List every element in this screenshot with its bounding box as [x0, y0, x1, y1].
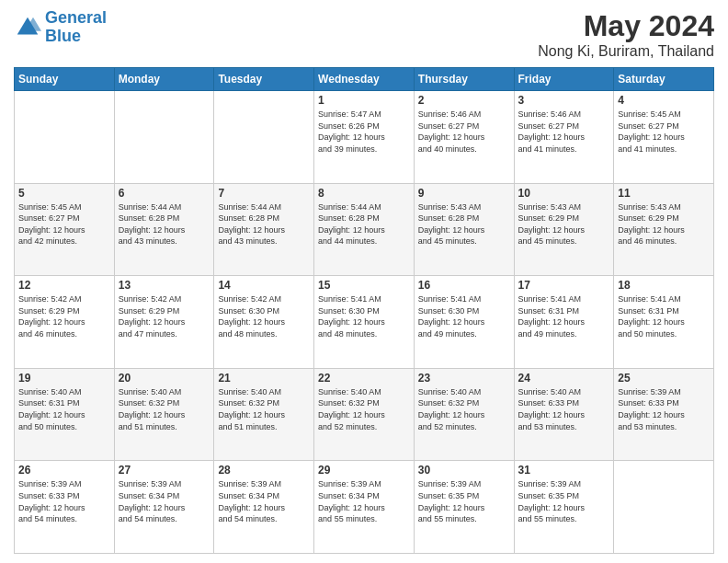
calendar-dow-friday: Friday: [514, 68, 614, 91]
day-number: 4: [618, 94, 710, 107]
calendar-cell: 20Sunrise: 5:40 AM Sunset: 6:32 PM Dayli…: [114, 368, 214, 461]
day-number: 2: [418, 94, 510, 107]
day-info: Sunrise: 5:43 AM Sunset: 6:29 PM Dayligh…: [518, 201, 610, 247]
calendar-cell: 13Sunrise: 5:42 AM Sunset: 6:29 PM Dayli…: [114, 276, 214, 369]
day-info: Sunrise: 5:39 AM Sunset: 6:33 PM Dayligh…: [618, 386, 710, 432]
calendar-cell: 16Sunrise: 5:41 AM Sunset: 6:30 PM Dayli…: [414, 276, 514, 369]
subtitle: Nong Ki, Buriram, Thailand: [538, 43, 714, 60]
day-number: 19: [18, 372, 110, 385]
day-number: 1: [318, 94, 410, 107]
day-info: Sunrise: 5:45 AM Sunset: 6:27 PM Dayligh…: [618, 109, 710, 155]
day-number: 31: [518, 464, 610, 477]
day-number: 18: [618, 279, 710, 292]
day-info: Sunrise: 5:39 AM Sunset: 6:35 PM Dayligh…: [418, 478, 510, 524]
day-info: Sunrise: 5:42 AM Sunset: 6:30 PM Dayligh…: [218, 293, 310, 339]
day-info: Sunrise: 5:40 AM Sunset: 6:32 PM Dayligh…: [318, 386, 410, 432]
calendar-cell: 29Sunrise: 5:39 AM Sunset: 6:34 PM Dayli…: [314, 461, 415, 554]
calendar-cell: 4Sunrise: 5:45 AM Sunset: 6:27 PM Daylig…: [614, 91, 714, 184]
calendar-cell: [114, 91, 214, 184]
calendar-cell: 9Sunrise: 5:43 AM Sunset: 6:28 PM Daylig…: [414, 183, 514, 276]
calendar-week-row: 12Sunrise: 5:42 AM Sunset: 6:29 PM Dayli…: [15, 276, 714, 369]
calendar-cell: 12Sunrise: 5:42 AM Sunset: 6:29 PM Dayli…: [15, 276, 115, 369]
day-number: 17: [518, 279, 610, 292]
calendar-cell: 2Sunrise: 5:46 AM Sunset: 6:27 PM Daylig…: [414, 91, 514, 184]
day-number: 28: [218, 464, 310, 477]
calendar-cell: 31Sunrise: 5:39 AM Sunset: 6:35 PM Dayli…: [514, 461, 614, 554]
day-info: Sunrise: 5:42 AM Sunset: 6:29 PM Dayligh…: [119, 293, 210, 339]
day-number: 21: [218, 372, 310, 385]
day-number: 9: [418, 187, 510, 200]
day-info: Sunrise: 5:39 AM Sunset: 6:34 PM Dayligh…: [119, 478, 210, 524]
day-number: 27: [119, 464, 210, 477]
day-info: Sunrise: 5:41 AM Sunset: 6:31 PM Dayligh…: [518, 293, 610, 339]
day-number: 29: [318, 464, 410, 477]
day-number: 15: [318, 279, 410, 292]
calendar-dow-tuesday: Tuesday: [214, 68, 314, 91]
day-number: 22: [318, 372, 410, 385]
calendar-week-row: 26Sunrise: 5:39 AM Sunset: 6:33 PM Dayli…: [15, 461, 714, 554]
day-info: Sunrise: 5:39 AM Sunset: 6:33 PM Dayligh…: [18, 478, 110, 524]
title-block: May 2024 Nong Ki, Buriram, Thailand: [538, 9, 714, 60]
main-title: May 2024: [538, 9, 714, 43]
calendar-cell: 30Sunrise: 5:39 AM Sunset: 6:35 PM Dayli…: [414, 461, 514, 554]
calendar-week-row: 5Sunrise: 5:45 AM Sunset: 6:27 PM Daylig…: [15, 183, 714, 276]
logo-icon: [14, 14, 41, 41]
day-info: Sunrise: 5:40 AM Sunset: 6:32 PM Dayligh…: [418, 386, 510, 432]
day-number: 13: [119, 279, 210, 292]
calendar-cell: 7Sunrise: 5:44 AM Sunset: 6:28 PM Daylig…: [214, 183, 314, 276]
day-info: Sunrise: 5:39 AM Sunset: 6:34 PM Dayligh…: [318, 478, 410, 524]
calendar-cell: 10Sunrise: 5:43 AM Sunset: 6:29 PM Dayli…: [514, 183, 614, 276]
day-number: 30: [418, 464, 510, 477]
calendar-dow-monday: Monday: [114, 68, 214, 91]
day-number: 7: [218, 187, 310, 200]
day-number: 26: [18, 464, 110, 477]
calendar-week-row: 1Sunrise: 5:47 AM Sunset: 6:26 PM Daylig…: [15, 91, 714, 184]
calendar-dow-wednesday: Wednesday: [314, 68, 415, 91]
calendar-cell: 6Sunrise: 5:44 AM Sunset: 6:28 PM Daylig…: [114, 183, 214, 276]
calendar-cell: 28Sunrise: 5:39 AM Sunset: 6:34 PM Dayli…: [214, 461, 314, 554]
calendar-header-row: SundayMondayTuesdayWednesdayThursdayFrid…: [15, 68, 714, 91]
day-number: 6: [119, 187, 210, 200]
day-info: Sunrise: 5:44 AM Sunset: 6:28 PM Dayligh…: [318, 201, 410, 247]
day-info: Sunrise: 5:40 AM Sunset: 6:32 PM Dayligh…: [218, 386, 310, 432]
day-number: 16: [418, 279, 510, 292]
calendar-cell: 14Sunrise: 5:42 AM Sunset: 6:30 PM Dayli…: [214, 276, 314, 369]
day-info: Sunrise: 5:40 AM Sunset: 6:32 PM Dayligh…: [119, 386, 210, 432]
page: General Blue May 2024 Nong Ki, Buriram, …: [0, 0, 728, 563]
calendar-dow-thursday: Thursday: [414, 68, 514, 91]
day-number: 8: [318, 187, 410, 200]
day-number: 11: [618, 187, 710, 200]
day-info: Sunrise: 5:42 AM Sunset: 6:29 PM Dayligh…: [18, 293, 110, 339]
calendar-cell: 17Sunrise: 5:41 AM Sunset: 6:31 PM Dayli…: [514, 276, 614, 369]
calendar-cell: 3Sunrise: 5:46 AM Sunset: 6:27 PM Daylig…: [514, 91, 614, 184]
day-number: 23: [418, 372, 510, 385]
day-info: Sunrise: 5:44 AM Sunset: 6:28 PM Dayligh…: [119, 201, 210, 247]
day-number: 3: [518, 94, 610, 107]
calendar-cell: [214, 91, 314, 184]
day-number: 12: [18, 279, 110, 292]
day-info: Sunrise: 5:41 AM Sunset: 6:31 PM Dayligh…: [618, 293, 710, 339]
day-info: Sunrise: 5:46 AM Sunset: 6:27 PM Dayligh…: [518, 109, 610, 155]
day-number: 25: [618, 372, 710, 385]
day-info: Sunrise: 5:39 AM Sunset: 6:34 PM Dayligh…: [218, 478, 310, 524]
logo-text: General Blue: [45, 9, 107, 46]
calendar-cell: [15, 91, 115, 184]
day-info: Sunrise: 5:45 AM Sunset: 6:27 PM Dayligh…: [18, 201, 110, 247]
calendar-cell: 19Sunrise: 5:40 AM Sunset: 6:31 PM Dayli…: [15, 368, 115, 461]
calendar-cell: 26Sunrise: 5:39 AM Sunset: 6:33 PM Dayli…: [15, 461, 115, 554]
calendar-cell: 23Sunrise: 5:40 AM Sunset: 6:32 PM Dayli…: [414, 368, 514, 461]
day-info: Sunrise: 5:44 AM Sunset: 6:28 PM Dayligh…: [218, 201, 310, 247]
day-number: 14: [218, 279, 310, 292]
calendar-week-row: 19Sunrise: 5:40 AM Sunset: 6:31 PM Dayli…: [15, 368, 714, 461]
calendar-cell: 5Sunrise: 5:45 AM Sunset: 6:27 PM Daylig…: [15, 183, 115, 276]
day-number: 24: [518, 372, 610, 385]
day-info: Sunrise: 5:41 AM Sunset: 6:30 PM Dayligh…: [418, 293, 510, 339]
day-info: Sunrise: 5:39 AM Sunset: 6:35 PM Dayligh…: [518, 478, 610, 524]
calendar-cell: 25Sunrise: 5:39 AM Sunset: 6:33 PM Dayli…: [614, 368, 714, 461]
day-info: Sunrise: 5:47 AM Sunset: 6:26 PM Dayligh…: [318, 109, 410, 155]
day-number: 5: [18, 187, 110, 200]
calendar-cell: 27Sunrise: 5:39 AM Sunset: 6:34 PM Dayli…: [114, 461, 214, 554]
calendar-table: SundayMondayTuesdayWednesdayThursdayFrid…: [14, 67, 714, 554]
calendar-cell: 18Sunrise: 5:41 AM Sunset: 6:31 PM Dayli…: [614, 276, 714, 369]
calendar-cell: 1Sunrise: 5:47 AM Sunset: 6:26 PM Daylig…: [314, 91, 415, 184]
